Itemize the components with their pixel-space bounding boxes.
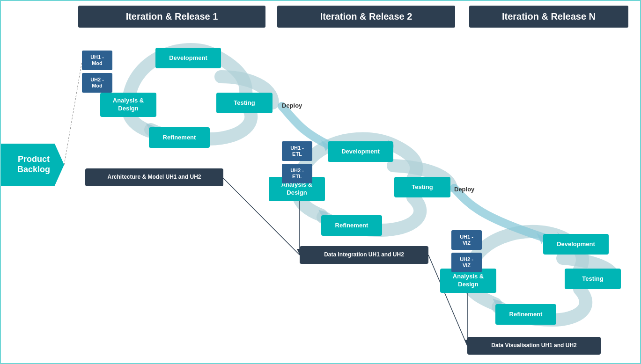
development-n: Development [543, 234, 609, 255]
header-iteration-n: Iteration & Release N [469, 6, 628, 28]
analysis-design-1: Analysis & Design [100, 93, 156, 117]
deploy-label-2: Deploy [454, 186, 474, 193]
header-iteration-2: Iteration & Release 2 [277, 6, 455, 28]
refinement-2: Refinement [321, 215, 382, 236]
story-uh1-viz: UH1 -VIZ [451, 230, 482, 250]
development-2: Development [328, 141, 393, 162]
svg-line-14 [64, 62, 82, 165]
testing-n: Testing [565, 269, 621, 289]
story-uh1-mod: UH1 -Mod [82, 51, 112, 70]
data-integration: Data Integration UH1 and UH2 [300, 246, 428, 264]
refinement-1: Refinement [149, 127, 210, 148]
testing-2: Testing [394, 177, 450, 197]
data-visualisation: Data Visualisation UH1 and UH2 [467, 337, 601, 355]
testing-1: Testing [216, 93, 273, 113]
story-uh2-viz: UH2 -VIZ [451, 253, 482, 272]
story-uh2-mod: UH2 -Mod [82, 73, 112, 93]
refinement-n: Refinement [495, 304, 556, 325]
story-uh2-etl: UH2 -ETL [282, 164, 312, 183]
development-1: Development [155, 48, 221, 68]
diagram-container: Iteration & Release 1 Iteration & Releas… [0, 0, 641, 364]
deploy-label-1: Deploy [282, 102, 302, 109]
architecture-model: Architecture & Model UH1 and UH2 [85, 168, 223, 186]
header-iteration-1: Iteration & Release 1 [78, 6, 265, 28]
story-uh1-etl: UH1 -ETL [282, 141, 312, 161]
product-backlog: Product Backlog [1, 144, 64, 186]
